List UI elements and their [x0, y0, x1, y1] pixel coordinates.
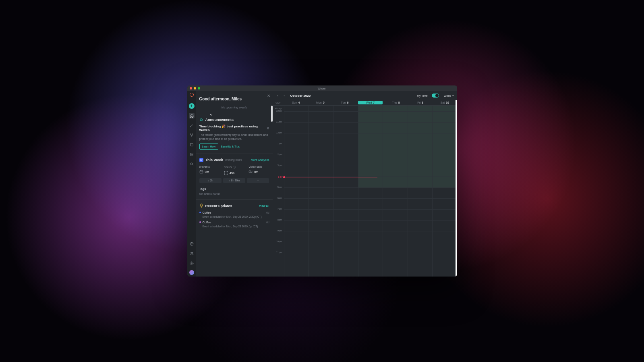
nav-search-icon[interactable] [189, 161, 195, 167]
recent-updates-heading: Recent updates View all [199, 204, 269, 208]
view-all-link[interactable]: View all [259, 204, 269, 207]
allday-cell[interactable] [284, 106, 309, 111]
this-week-text: This Week [205, 158, 223, 162]
update-item[interactable]: Coffee6d Event scheduled for Mon, Sep 28… [199, 211, 269, 218]
svg-point-5 [191, 163, 193, 165]
dismiss-announcement-icon[interactable]: ✕ [267, 127, 269, 130]
nav-pencil-icon[interactable] [189, 123, 195, 128]
allday-cell[interactable] [358, 106, 383, 111]
nav-home-icon[interactable] [189, 113, 195, 119]
update-item[interactable]: Coffee6d Event scheduled for Mon, Sep 28… [199, 221, 269, 228]
my-time-toggle[interactable] [432, 94, 439, 98]
hour-label: 2pm [273, 153, 284, 164]
info-icon[interactable]: ⓘ [233, 165, 236, 169]
day-col-sat[interactable] [432, 111, 457, 277]
nav-branch-icon[interactable] [189, 132, 195, 138]
trend-up-icon: ↑ [229, 179, 230, 182]
settings-icon[interactable] [189, 260, 195, 266]
announcement-buttons: Learn How Benefits & Tips [199, 144, 269, 150]
trend-focus: ↑8h 30m [223, 178, 245, 183]
rss-icon [199, 117, 203, 122]
now-indicator: 3:57 [273, 176, 457, 178]
update-age: 6d [266, 221, 269, 224]
svg-point-8 [191, 252, 192, 254]
working-hours-text: Working hours [225, 158, 242, 161]
day-header-row: CDT Sun4 Mon5 Tue6 Wed7 Thu8 Fri9 Sat10 [273, 100, 457, 106]
my-time-label: My Time [417, 94, 427, 97]
calendar: ‹ › October 2020 My Time Week▾ CDT Sun4 … [273, 91, 457, 277]
update-dot-icon [199, 212, 201, 213]
close-panel-icon[interactable]: ✕ [267, 94, 270, 98]
update-title: Coffee [203, 221, 211, 224]
announcement-title-row: Time blocking 🎉 best practices using Wov… [199, 125, 269, 132]
hour-label: 7pm [273, 208, 284, 218]
calendar-icon [199, 170, 203, 175]
chevron-down-icon: ▾ [452, 94, 454, 97]
day-col-thu[interactable] [383, 111, 407, 277]
day-col-fri[interactable] [408, 111, 432, 277]
hour-label: 5pm [273, 186, 284, 197]
content: + ✕ Good afternoon, Miles ↖ No upcoming … [187, 91, 457, 277]
allday-cell[interactable] [408, 106, 432, 111]
day-header-wed-today[interactable]: Wed7 [358, 101, 383, 104]
update-subtitle: Event scheduled for Mon, Sep 28 2020, 1p… [203, 225, 269, 228]
timezone-label: CDT [273, 100, 284, 105]
day-header-fri[interactable]: Fri9 [408, 100, 433, 105]
allday-cell[interactable] [432, 106, 457, 111]
update-dot-icon [199, 221, 201, 223]
this-week-card: W This Week Working hours More Analytics… [199, 156, 269, 198]
no-upcoming-text: No upcoming events [199, 106, 269, 109]
svg-rect-13 [225, 172, 227, 174]
next-week-button[interactable]: › [282, 94, 286, 98]
create-button[interactable]: + [189, 103, 195, 109]
month-label: October 2020 [290, 94, 311, 98]
app-logo-icon[interactable] [190, 93, 194, 97]
day-header-thu[interactable]: Thu8 [384, 100, 408, 105]
day-header-sun[interactable]: Sun4 [284, 100, 309, 105]
day-col-wed[interactable] [358, 111, 383, 277]
announcement-body: The fastest (and efficient) way to avoid… [199, 133, 269, 141]
update-title: Coffee [203, 211, 211, 214]
more-analytics-link[interactable]: More Analytics [251, 158, 269, 161]
calendar-scrollbar[interactable] [456, 100, 457, 277]
people-icon[interactable] [189, 251, 195, 256]
now-time-label: 3:57 [273, 176, 284, 178]
svg-point-2 [191, 136, 192, 137]
titlebar[interactable]: Woven [187, 85, 457, 91]
nav-template-icon[interactable] [189, 142, 195, 148]
divider [196, 113, 273, 113]
day-header-mon[interactable]: Mon5 [308, 100, 333, 105]
benefits-tips-link[interactable]: Benefits & Tips [221, 144, 240, 150]
day-col-sun[interactable] [284, 111, 309, 277]
view-selector[interactable]: Week▾ [444, 94, 454, 97]
svg-point-10 [191, 263, 192, 264]
grid-columns [284, 111, 457, 277]
hour-label: 9pm [273, 229, 284, 240]
window-title: Woven [187, 87, 457, 90]
calendar-grid[interactable]: 10am11am12pm1pm2pm3pm5pm6pm7pm8pm9pm10pm… [273, 111, 457, 277]
allday-cell[interactable] [309, 106, 333, 111]
divider [196, 199, 273, 200]
allday-cell[interactable] [333, 106, 358, 111]
day-col-tue[interactable] [333, 111, 358, 277]
svg-rect-3 [190, 144, 193, 146]
hour-label: 6pm [273, 197, 284, 208]
week-stats: 0 events 0m Focusⓘ 45h Video calls 0m [199, 165, 269, 176]
help-icon[interactable] [189, 241, 195, 247]
recent-updates-card: Recent updates View all Coffee6d Event s… [199, 201, 269, 230]
day-header-tue[interactable]: Tue6 [333, 100, 357, 105]
allday-cell[interactable] [383, 106, 407, 111]
user-avatar[interactable] [189, 270, 194, 275]
nav-rail: + [187, 91, 196, 277]
day-col-mon[interactable] [309, 111, 333, 277]
update-subtitle: Event scheduled for Mon, Sep 28 2020, 2:… [203, 215, 269, 218]
nav-analytics-icon[interactable] [189, 152, 195, 157]
prev-week-button[interactable]: ‹ [276, 94, 280, 98]
home-panel: ✕ Good afternoon, Miles ↖ No upcoming ev… [196, 91, 273, 277]
hour-label: 10am [273, 110, 284, 121]
learn-how-button[interactable]: Learn How [199, 144, 219, 150]
update-age: 6d [266, 211, 269, 214]
calendar-toolbar: ‹ › October 2020 My Time Week▾ [273, 91, 457, 100]
day-header-sat[interactable]: Sat10 [433, 100, 457, 105]
hour-label: 12pm [273, 131, 284, 142]
